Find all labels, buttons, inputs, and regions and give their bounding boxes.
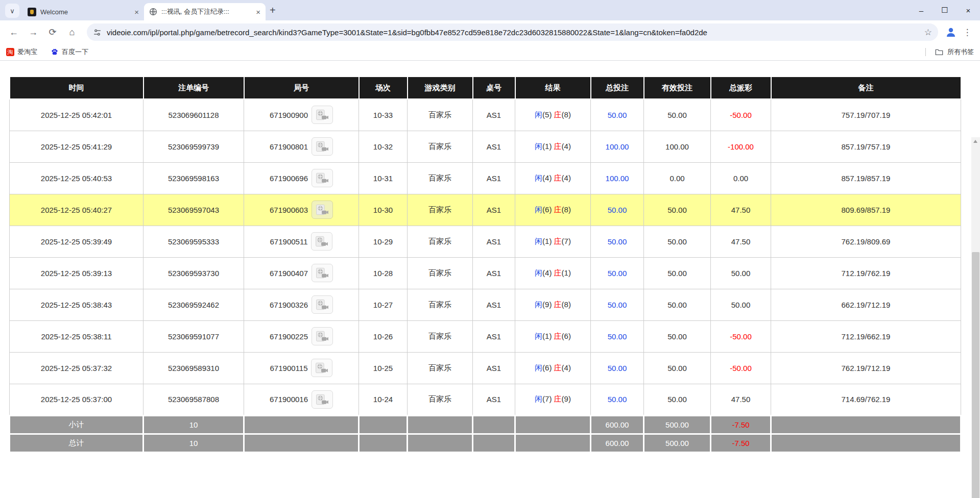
video-replay-button[interactable] — [312, 264, 333, 282]
tab-bet-records[interactable]: :::视讯, 会员下注纪录::: × — [144, 3, 266, 20]
minimize-button[interactable]: – — [910, 0, 933, 20]
time-cell: 2025-12-25 05:41:29 — [10, 131, 144, 162]
bookmark-star-icon[interactable]: ☆ — [924, 27, 932, 38]
banker-result-label: 庄 — [554, 205, 562, 214]
bet-record-row[interactable]: 2025-12-25 05:37:32523069589310671900115… — [10, 352, 961, 384]
video-replay-button[interactable] — [312, 327, 333, 345]
tab-close-icon[interactable]: × — [134, 8, 139, 16]
bet-record-row[interactable]: 2025-12-25 05:38:43523069592462671900326… — [10, 289, 961, 320]
browser-menu-icon[interactable]: ⋮ — [960, 27, 975, 38]
game-type-cell: 百家乐 — [408, 131, 473, 162]
profile-person-icon — [945, 26, 957, 38]
video-replay-icon — [316, 109, 329, 120]
subtotal-row: 小计10600.00500.00-7.50 — [10, 415, 961, 434]
video-replay-button[interactable] — [312, 137, 333, 156]
banker-result-score: (8) — [562, 110, 571, 119]
video-replay-button[interactable] — [312, 106, 333, 124]
footer-empty-session-cell — [359, 415, 408, 434]
round-number: 671900225 — [270, 332, 308, 341]
banker-result-label: 庄 — [554, 300, 562, 309]
scroll-up-icon[interactable] — [973, 140, 977, 143]
back-icon[interactable]: ← — [5, 23, 22, 41]
total-bet-cell: 50.00 — [591, 352, 644, 384]
column-header: 有效投注 — [644, 77, 711, 99]
maximize-button[interactable]: ☐ — [933, 0, 957, 20]
new-tab-button[interactable]: + — [270, 5, 276, 16]
game-type-cell: 百家乐 — [408, 99, 473, 131]
tab-search-button[interactable]: ∨ — [5, 4, 19, 18]
bet-record-row[interactable]: 2025-12-25 05:40:27523069597043671900603… — [10, 194, 961, 226]
video-replay-button[interactable] — [311, 359, 332, 377]
banker-result-score: (4) — [562, 363, 571, 372]
bet-id-cell: 523069597043 — [144, 194, 244, 226]
close-window-button[interactable]: × — [957, 0, 980, 20]
address-bar[interactable]: videoie.com/ipl/portal.php/game/betrecor… — [87, 23, 938, 41]
session-cell: 10-27 — [359, 289, 408, 320]
table-no-cell: AS1 — [473, 131, 515, 162]
table-no-cell: AS1 — [473, 320, 515, 352]
banker-result-label: 庄 — [554, 173, 562, 182]
url-text[interactable]: videoie.com/ipl/portal.php/game/betrecor… — [107, 28, 919, 37]
table-no-cell: AS1 — [473, 384, 515, 415]
video-replay-icon — [316, 331, 329, 342]
bookmark-aitaobao[interactable]: 淘 爱淘宝 — [6, 47, 37, 57]
payout-cell: 47.50 — [711, 384, 771, 415]
bet-record-row[interactable]: 2025-12-25 05:39:49523069595333671900511… — [10, 226, 961, 257]
round-number: 671900696 — [270, 174, 308, 183]
tab-welcome[interactable]: Welcome × — [22, 3, 144, 20]
player-result-label: 闲 — [535, 173, 542, 182]
game-type-cell: 百家乐 — [408, 162, 473, 194]
bet-record-row[interactable]: 2025-12-25 05:42:01523069601128671900900… — [10, 99, 961, 131]
bet-record-row[interactable]: 2025-12-25 05:37:00523069587808671900016… — [10, 384, 961, 415]
bet-record-row[interactable]: 2025-12-25 05:40:53523069598163671900696… — [10, 162, 961, 194]
round-number: 671900801 — [270, 142, 308, 151]
payout-cell: -50.00 — [711, 320, 771, 352]
bet-id-cell: 523069595333 — [144, 226, 244, 257]
player-result-label: 闲 — [535, 332, 542, 340]
video-replay-button[interactable] — [312, 390, 333, 409]
total-bet-cell: 50.00 — [591, 99, 644, 131]
table-header-row: 时间注单编号局号场次游戏类别桌号结果总投注有效投注总派彩备注 — [10, 77, 961, 99]
footer-empty-table-cell — [473, 434, 515, 452]
bet-id-cell: 523069599739 — [144, 131, 244, 162]
all-bookmarks[interactable]: 所有书签 — [925, 47, 974, 57]
bet-record-row[interactable]: 2025-12-25 05:38:11523069591077671900225… — [10, 320, 961, 352]
home-icon[interactable]: ⌂ — [63, 23, 81, 41]
footer-payout-cell: -7.50 — [711, 415, 771, 434]
round-number: 671900603 — [270, 206, 308, 214]
reload-icon[interactable]: ⟳ — [44, 23, 61, 41]
scrollbar-thumb[interactable] — [972, 252, 979, 498]
player-result-score: (6) — [542, 205, 554, 214]
banker-result-label: 庄 — [554, 363, 562, 372]
table-no-cell: AS1 — [473, 162, 515, 194]
session-cell: 10-31 — [359, 162, 408, 194]
column-header: 桌号 — [473, 77, 515, 99]
time-cell: 2025-12-25 05:42:01 — [10, 99, 144, 131]
player-result-score: (7) — [542, 394, 554, 403]
video-replay-button[interactable] — [312, 169, 333, 187]
site-info-icon[interactable] — [93, 28, 102, 37]
result-cell: 闲(7) 庄(9) — [515, 384, 591, 415]
bookmark-baidu[interactable]: 百度一下 — [51, 47, 88, 57]
video-replay-button[interactable] — [311, 232, 332, 251]
forward-icon[interactable]: → — [25, 23, 42, 41]
tab-close-icon[interactable]: × — [256, 8, 260, 16]
result-cell: 闲(4) 庄(1) — [515, 257, 591, 289]
session-cell: 10-24 — [359, 384, 408, 415]
bet-record-row[interactable]: 2025-12-25 05:39:13523069593730671900407… — [10, 257, 961, 289]
profile-avatar[interactable] — [944, 26, 958, 39]
video-replay-button[interactable] — [312, 201, 333, 219]
result-cell: 闲(6) 庄(4) — [515, 352, 591, 384]
payout-cell: 0.00 — [711, 162, 771, 194]
round-cell: 671900326 — [244, 289, 359, 320]
footer-label-cell: 小计 — [10, 415, 144, 434]
player-result-label: 闲 — [535, 363, 542, 372]
table-no-cell: AS1 — [473, 226, 515, 257]
game-type-cell: 百家乐 — [408, 226, 473, 257]
column-header: 场次 — [359, 77, 408, 99]
banker-result-score: (8) — [562, 205, 571, 214]
video-replay-button[interactable] — [312, 295, 333, 314]
page-scrollbar[interactable] — [971, 137, 980, 498]
footer-count-cell: 10 — [144, 415, 244, 434]
bet-record-row[interactable]: 2025-12-25 05:41:29523069599739671900801… — [10, 131, 961, 162]
